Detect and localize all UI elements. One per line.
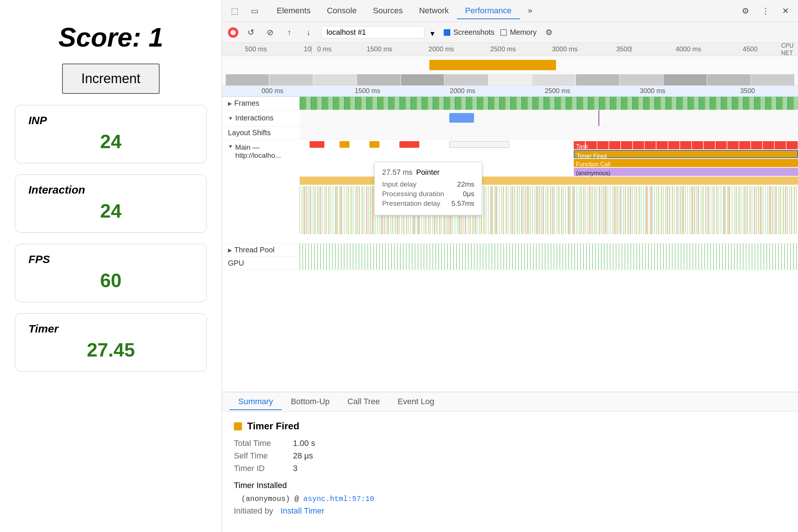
- interaction-bar-1[interactable]: [449, 113, 474, 123]
- frames-content[interactable]: [300, 97, 798, 110]
- layout-shifts-content[interactable]: [300, 126, 798, 139]
- memory-label: Memory: [510, 28, 536, 37]
- ruler-mark-2: 1500 ms: [349, 45, 410, 53]
- timer-fired-heading: Timer Fired: [247, 420, 299, 432]
- tab-more[interactable]: »: [520, 3, 540, 19]
- anonymous-bar[interactable]: (anonymous): [574, 168, 798, 176]
- tooltip-input-delay-value: 22ms: [457, 180, 474, 188]
- bottom-panel: Summary Bottom-Up Call Tree Event Log Ti…: [222, 392, 798, 532]
- main-thread-track: ▼ Main — http://localho... Task Timer: [222, 140, 798, 243]
- fps-card: FPS 60: [15, 244, 207, 302]
- task-bar-1[interactable]: [310, 141, 324, 148]
- self-time-value: 28 μs: [293, 451, 313, 461]
- devtools-toolbar: ⬚ ▭ Elements Console Sources Network Per…: [222, 0, 798, 22]
- interactions-triangle[interactable]: ▼: [228, 115, 233, 121]
- s-ruler-3: 2500 ms: [510, 87, 605, 95]
- tab-console[interactable]: Console: [319, 3, 365, 19]
- timer-card: Timer 27.45: [15, 313, 207, 372]
- tooltip-input-delay-label: Input delay: [382, 180, 416, 188]
- function-call-label: Function Call: [574, 160, 613, 168]
- download-icon[interactable]: ↓: [302, 26, 315, 39]
- frames-label-text: Frames: [234, 99, 259, 108]
- reload-record-icon[interactable]: ↺: [244, 26, 258, 39]
- task-main-bar[interactable]: Task: [574, 141, 798, 149]
- score-label: Score:: [58, 23, 141, 52]
- gpu-content[interactable]: [300, 257, 798, 270]
- more-icon[interactable]: ⋮: [759, 4, 772, 18]
- task-bar-3[interactable]: [369, 141, 379, 148]
- fps-label: FPS: [28, 253, 193, 266]
- tab-event-log[interactable]: Event Log: [389, 394, 443, 410]
- timeline-content: 000 ms 1500 ms 2000 ms 2500 ms 3000 ms 3…: [222, 86, 798, 392]
- timeline-ruler-top: 500 ms 10⎸0 ms 1500 ms 2000 ms 2500 ms 3…: [222, 43, 798, 56]
- task-bar-rect[interactable]: [449, 141, 509, 148]
- timer-label: Timer: [28, 323, 193, 335]
- clear-icon[interactable]: ⊘: [263, 26, 277, 39]
- task-label: Task: [574, 143, 590, 150]
- tab-elements[interactable]: Elements: [269, 3, 319, 19]
- code-link[interactable]: async.html:57:10: [303, 495, 374, 503]
- tooltip-input-delay: Input delay 22ms: [382, 180, 474, 188]
- ruler-mark-5: 3000 ms: [534, 45, 596, 53]
- device-icon[interactable]: ▭: [248, 4, 261, 18]
- upload-icon[interactable]: ↑: [283, 26, 296, 39]
- tooltip-processing: Processing duration 0μs: [382, 190, 474, 198]
- capture-settings-icon[interactable]: ⚙: [542, 26, 556, 39]
- interactions-content[interactable]: [300, 110, 798, 126]
- thread-pool-content[interactable]: [300, 243, 798, 256]
- ruler-mark-1: 10⎸0 ms: [287, 45, 348, 53]
- screenshots-toggle[interactable]: Screenshots: [444, 28, 494, 37]
- inp-label: INP: [28, 114, 193, 127]
- tab-bottom-up[interactable]: Bottom-Up: [282, 394, 338, 410]
- timer-fired-bar[interactable]: Timer Fired: [574, 150, 798, 158]
- increment-button[interactable]: Increment: [62, 64, 160, 94]
- main-thread-label: ▼ Main — http://localho...: [222, 140, 300, 243]
- main-label-text: Main — http://localho...: [235, 143, 300, 160]
- tab-network[interactable]: Network: [411, 3, 457, 19]
- close-icon[interactable]: ✕: [779, 4, 792, 18]
- url-dropdown-icon[interactable]: ▾: [430, 29, 438, 36]
- devtools-right-icons: ⚙ ⋮ ✕: [739, 4, 792, 18]
- flame-chart-overview[interactable]: [222, 56, 798, 86]
- tab-performance[interactable]: Performance: [457, 3, 520, 19]
- thread-pool-track[interactable]: ▶ Thread Pool: [222, 243, 798, 257]
- tooltip-presentation-label: Presentation delay: [382, 200, 440, 208]
- tab-call-tree[interactable]: Call Tree: [338, 394, 389, 410]
- tooltip-processing-label: Processing duration: [382, 190, 444, 198]
- function-call-bar[interactable]: Function Call: [574, 159, 798, 167]
- frames-triangle[interactable]: ▶: [228, 100, 232, 106]
- layout-shifts-track[interactable]: Layout Shifts: [222, 126, 798, 140]
- url-selector[interactable]: localhost #1: [321, 26, 424, 38]
- devtools-left-icons: ⬚ ▭: [228, 4, 261, 18]
- timer-id-value: 3: [293, 464, 297, 473]
- main-thread-content[interactable]: Task Timer Fired Function Call (anonymou…: [300, 140, 798, 243]
- tab-sources[interactable]: Sources: [365, 3, 411, 19]
- ruler-mark-8: 4500: [719, 45, 781, 53]
- frames-track[interactable]: ▶ Frames: [222, 97, 798, 110]
- interactions-track[interactable]: ▼ Interactions: [222, 110, 798, 126]
- thread-pool-triangle[interactable]: ▶: [228, 247, 232, 253]
- devtools-panel: ⬚ ▭ Elements Console Sources Network Per…: [222, 0, 798, 532]
- screenshots-checkbox[interactable]: [444, 29, 450, 36]
- inspect-icon[interactable]: ⬚: [228, 4, 241, 18]
- total-time-row: Total Time 1.00 s: [234, 439, 786, 448]
- install-timer-link[interactable]: Install Timer: [280, 506, 324, 516]
- memory-toggle[interactable]: Memory: [500, 28, 536, 37]
- tab-summary[interactable]: Summary: [229, 394, 282, 410]
- bottom-content: Timer Fired Total Time 1.00 s Self Time …: [222, 412, 798, 532]
- memory-checkbox[interactable]: [500, 29, 507, 36]
- settings-icon[interactable]: ⚙: [739, 4, 752, 18]
- thread-pool-label: ▶ Thread Pool: [222, 246, 300, 254]
- tooltip-processing-value: 0μs: [463, 190, 474, 198]
- task-bar-2[interactable]: [340, 141, 349, 148]
- s-ruler-0: 000 ms: [225, 87, 320, 95]
- inp-card: INP 24: [15, 105, 207, 163]
- gpu-track[interactable]: GPU: [222, 257, 798, 270]
- cpu-label: CPU: [781, 43, 794, 49]
- record-button[interactable]: [228, 27, 238, 38]
- task-bar-4[interactable]: [399, 141, 419, 148]
- tracks-area: ▶ Frames ▼ Interactions Layout: [222, 97, 798, 392]
- gpu-label: GPU: [222, 259, 300, 267]
- main-triangle[interactable]: ▼: [228, 143, 233, 149]
- record-toolbar: ↺ ⊘ ↑ ↓ localhost #1 ▾ Screenshots Memor…: [222, 22, 798, 43]
